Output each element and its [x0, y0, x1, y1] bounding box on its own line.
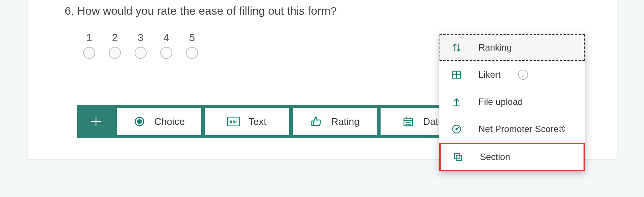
menu-item-ranking[interactable]: Ranking: [439, 34, 585, 61]
rating-scale: 1 2 3 4 5: [84, 32, 198, 59]
menu-label: Ranking: [478, 42, 512, 53]
choice-button[interactable]: Choice: [117, 108, 201, 135]
rating-button[interactable]: Rating: [293, 108, 377, 135]
radio-icon[interactable]: [160, 47, 172, 59]
svg-point-13: [406, 124, 407, 125]
menu-label: File upload: [478, 97, 523, 107]
scale-label: 1: [86, 32, 92, 44]
svg-point-10: [406, 122, 407, 123]
svg-point-14: [408, 124, 409, 125]
menu-label: Likert: [478, 69, 501, 80]
svg-point-11: [408, 122, 409, 123]
thumbs-up-icon: [310, 115, 323, 128]
svg-rect-23: [456, 155, 461, 160]
gauge-icon: [450, 123, 463, 135]
text-button[interactable]: Abc Text: [205, 108, 289, 135]
question-type-menu: Ranking Likert i File upload: [439, 34, 585, 171]
scale-item[interactable]: 5: [186, 32, 198, 59]
menu-item-file-upload[interactable]: File upload: [439, 88, 585, 115]
section-icon: [452, 151, 464, 163]
svg-text:Abc: Abc: [230, 120, 238, 124]
add-question-toolbar: Choice Abc Text Rating: [77, 105, 469, 138]
svg-point-21: [456, 128, 457, 130]
question-text: How would you rate the ease of filling o…: [77, 5, 337, 17]
menu-item-likert[interactable]: Likert i: [439, 61, 585, 88]
question-number: 6.: [65, 5, 74, 17]
menu-label: Section: [480, 152, 510, 162]
choice-label: Choice: [154, 116, 185, 128]
text-label: Text: [248, 116, 266, 128]
menu-label: Net Promoter Score®: [478, 124, 565, 134]
scale-label: 3: [138, 32, 144, 44]
svg-point-3: [137, 119, 142, 124]
radio-selected-icon: [133, 115, 146, 128]
svg-point-12: [410, 122, 410, 123]
scale-item[interactable]: 4: [161, 32, 172, 59]
add-button[interactable]: [77, 105, 115, 138]
plus-icon: [90, 115, 102, 128]
calendar-icon: [402, 115, 415, 128]
scale-label: 5: [189, 32, 195, 44]
scale-item[interactable]: 2: [109, 32, 121, 59]
svg-rect-22: [455, 154, 460, 159]
scale-item[interactable]: 3: [135, 32, 146, 59]
menu-item-section[interactable]: Section: [439, 143, 585, 171]
rating-label: Rating: [331, 116, 359, 128]
text-abc-icon: Abc: [227, 115, 240, 128]
scale-item[interactable]: 1: [84, 32, 95, 59]
radio-icon[interactable]: [186, 47, 198, 59]
radio-icon[interactable]: [135, 47, 147, 59]
radio-icon[interactable]: [83, 47, 95, 59]
menu-item-nps[interactable]: Net Promoter Score®: [439, 115, 585, 143]
question-title: 6.How would you rate the ease of filling…: [65, 5, 337, 17]
likert-grid-icon: [450, 69, 463, 81]
svg-point-15: [410, 124, 410, 125]
scale-label: 4: [163, 32, 169, 44]
info-icon[interactable]: i: [518, 70, 528, 80]
ranking-icon: [450, 42, 463, 54]
radio-icon[interactable]: [109, 47, 121, 59]
scale-label: 2: [112, 32, 118, 44]
upload-icon: [450, 96, 463, 108]
